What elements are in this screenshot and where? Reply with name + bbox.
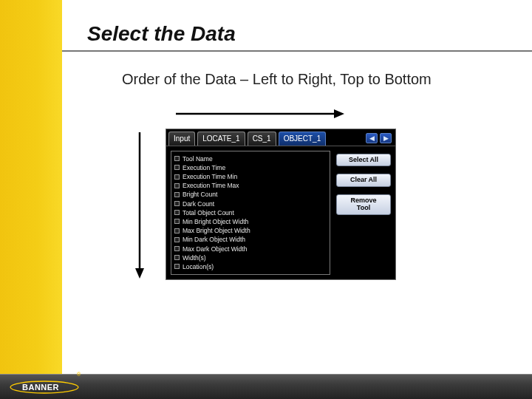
list-item-label: Max Dark Object Width <box>183 245 247 253</box>
checkbox-icon[interactable] <box>174 246 180 251</box>
list-item-label: Location(s) <box>183 263 214 270</box>
checkbox-icon[interactable] <box>174 255 180 260</box>
heading-area: Select the Data <box>87 22 502 46</box>
tab-nav-buttons: ◀ ▶ <box>366 132 393 146</box>
slide-subtitle: Order of the Data – Left to Right, Top t… <box>122 71 432 88</box>
nav-next-button[interactable]: ▶ <box>380 133 392 143</box>
clear-all-button[interactable]: Clear All <box>336 174 391 187</box>
select-all-button[interactable]: Select All <box>336 154 391 167</box>
list-item[interactable]: Max Bright Object Width <box>174 226 327 235</box>
brand-logo: BANNER ® <box>9 380 80 395</box>
checkbox-icon[interactable] <box>174 237 180 242</box>
panel-body: Tool NameExecution TimeExecution Time Mi… <box>166 146 395 279</box>
tab-locate-1[interactable]: LOCATE_1 <box>197 132 245 146</box>
list-item[interactable]: Location(s) <box>174 262 327 271</box>
tab-cs-1[interactable]: CS_1 <box>248 132 276 146</box>
horizontal-arrow-icon <box>174 107 344 120</box>
list-item-label: Execution Time Min <box>183 173 237 180</box>
list-item-label: Tool Name <box>183 155 213 163</box>
left-accent-band <box>0 0 62 399</box>
list-item-label: Execution Time Max <box>183 182 239 189</box>
list-item[interactable]: Min Bright Object Width <box>174 217 327 226</box>
list-item[interactable]: Tool Name <box>174 154 327 163</box>
list-item[interactable]: Execution Time Min <box>174 172 327 181</box>
list-item[interactable]: Execution Time <box>174 163 327 172</box>
checkbox-icon[interactable] <box>174 210 180 215</box>
checkbox-icon[interactable] <box>174 264 180 269</box>
checkbox-icon[interactable] <box>174 201 180 206</box>
list-item[interactable]: Min Dark Object Width <box>174 235 327 244</box>
heading-underline <box>62 50 532 52</box>
list-item[interactable]: Bright Count <box>174 190 327 199</box>
checkbox-icon[interactable] <box>174 192 180 197</box>
footer-bar: BANNER ® <box>0 374 532 399</box>
tab-object-1[interactable]: OBJECT_1 <box>279 132 327 146</box>
data-select-panel: Input LOCATE_1 CS_1 OBJECT_1 ◀ ▶ Tool Na… <box>166 129 396 280</box>
list-item-label: Min Dark Object Width <box>183 236 245 243</box>
list-item[interactable]: Width(s) <box>174 253 327 262</box>
trademark-icon: ® <box>77 372 81 377</box>
checkbox-icon[interactable] <box>174 219 180 224</box>
list-item-label: Total Object Count <box>183 209 234 216</box>
checkbox-icon[interactable] <box>174 165 180 170</box>
slide-title: Select the Data <box>87 22 502 46</box>
side-button-column: Select All Clear All Remove Tool <box>336 151 391 275</box>
list-item[interactable]: Dark Count <box>174 200 327 208</box>
remove-tool-button[interactable]: Remove Tool <box>336 194 391 215</box>
list-item-label: Dark Count <box>183 200 214 208</box>
tab-bar: Input LOCATE_1 CS_1 OBJECT_1 ◀ ▶ <box>166 129 395 146</box>
list-item-label: Execution Time <box>183 164 225 171</box>
svg-marker-2 <box>334 109 344 118</box>
list-item[interactable]: Max Dark Object Width <box>174 244 327 253</box>
checkbox-icon[interactable] <box>174 183 180 188</box>
checkbox-icon[interactable] <box>174 156 180 161</box>
list-item-label: Max Bright Object Width <box>183 227 250 234</box>
list-item[interactable]: Execution Time Max <box>174 181 327 190</box>
field-checklist: Tool NameExecution TimeExecution Time Mi… <box>171 151 330 275</box>
tab-spacer <box>328 132 364 146</box>
list-item[interactable]: Total Object Count <box>174 208 327 217</box>
list-item-label: Width(s) <box>183 254 206 262</box>
checkbox-icon[interactable] <box>174 228 180 233</box>
vertical-arrow-icon <box>133 131 146 279</box>
list-item-label: Min Bright Object Width <box>183 218 248 225</box>
svg-marker-4 <box>135 268 144 279</box>
brand-text: BANNER <box>22 383 59 392</box>
tab-input[interactable]: Input <box>168 132 195 146</box>
list-item-label: Bright Count <box>183 191 217 198</box>
checkbox-icon[interactable] <box>174 174 180 180</box>
nav-prev-button[interactable]: ◀ <box>366 133 378 143</box>
